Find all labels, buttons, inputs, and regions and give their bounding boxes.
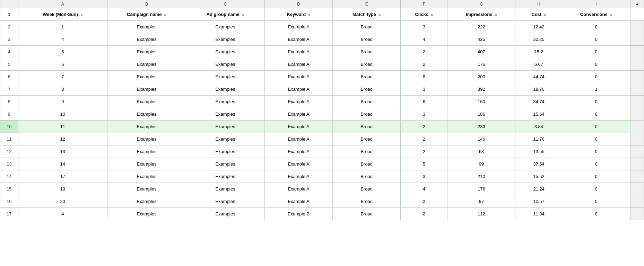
cell-conversions-2[interactable]: 0 [562, 21, 630, 33]
cell-week-16[interactable]: 20 [18, 195, 107, 208]
cell-match-type-17[interactable]: Broad [333, 208, 401, 220]
cell-adgroup-6[interactable]: Examples [186, 71, 264, 83]
cell-campaign-8[interactable]: Examples [107, 96, 186, 108]
cell-adgroup-15[interactable]: Examples [186, 183, 264, 195]
cell-impressions-17[interactable]: 112 [447, 208, 515, 220]
col-letter-g[interactable]: G [447, 0, 515, 8]
cell-cost-17[interactable]: 11.94 [515, 208, 562, 220]
cell-campaign-15[interactable]: Examples [107, 183, 186, 195]
cell-week-9[interactable]: 10 [18, 108, 107, 121]
cell-campaign-12[interactable]: Examples [107, 145, 186, 158]
cell-campaign-4[interactable]: Examples [107, 46, 186, 58]
col-letter-e[interactable]: E [333, 0, 401, 8]
cell-campaign-6[interactable]: Examples [107, 71, 186, 83]
cell-cost-2[interactable]: 12.42 [515, 21, 562, 33]
cell-impressions-2[interactable]: 222 [447, 21, 515, 33]
cell-conversions-7[interactable]: 1 [562, 83, 630, 96]
cell-adgroup-7[interactable]: Examples [186, 83, 264, 96]
col-letter-f[interactable]: F [401, 0, 447, 8]
col-letter-h[interactable]: H [515, 0, 562, 8]
cell-cost-3[interactable]: 30.25 [515, 33, 562, 46]
cell-clicks-16[interactable]: 2 [401, 195, 447, 208]
cell-campaign-11[interactable]: Examples [107, 133, 186, 145]
cell-clicks-13[interactable]: 5 [401, 158, 447, 170]
cell-keyword-15[interactable]: Example A [264, 183, 332, 195]
cell-week-5[interactable]: 6 [18, 58, 107, 71]
cell-clicks-14[interactable]: 3 [401, 170, 447, 183]
cell-conversions-3[interactable]: 0 [562, 33, 630, 46]
cell-clicks-3[interactable]: 4 [401, 33, 447, 46]
cell-impressions-10[interactable]: 230 [447, 121, 515, 133]
cell-week-13[interactable]: 14 [18, 158, 107, 170]
cell-campaign-16[interactable]: Examples [107, 195, 186, 208]
cell-conversions-9[interactable]: 0 [562, 108, 630, 121]
cell-keyword-17[interactable]: Example B [264, 208, 332, 220]
cell-clicks-12[interactable]: 2 [401, 145, 447, 158]
cell-week-7[interactable]: 8 [18, 83, 107, 96]
cell-impressions-13[interactable]: 99 [447, 158, 515, 170]
cell-match-type-14[interactable]: Broad [333, 170, 401, 183]
cell-cost-8[interactable]: 34.74 [515, 96, 562, 108]
cell-clicks-15[interactable]: 4 [401, 183, 447, 195]
cell-campaign-5[interactable]: Examples [107, 58, 186, 71]
cell-match-type-16[interactable]: Broad [333, 195, 401, 208]
cell-week-6[interactable]: 7 [18, 71, 107, 83]
cell-keyword-5[interactable]: Example A [264, 58, 332, 71]
cell-week-14[interactable]: 17 [18, 170, 107, 183]
cell-impressions-9[interactable]: 186 [447, 108, 515, 121]
cell-conversions-5[interactable]: 0 [562, 58, 630, 71]
cell-keyword-8[interactable]: Example A [264, 96, 332, 108]
cell-cost-9[interactable]: 15.64 [515, 108, 562, 121]
cell-impressions-12[interactable]: 68 [447, 145, 515, 158]
cell-campaign-7[interactable]: Examples [107, 83, 186, 96]
col-letter-a[interactable]: A [18, 0, 107, 8]
cell-week-15[interactable]: 19 [18, 183, 107, 195]
cell-cost-4[interactable]: 15.2 [515, 46, 562, 58]
cell-adgroup-14[interactable]: Examples [186, 170, 264, 183]
cell-keyword-9[interactable]: Example A [264, 108, 332, 121]
cell-impressions-4[interactable]: 407 [447, 46, 515, 58]
cell-keyword-14[interactable]: Example A [264, 170, 332, 183]
cell-cost-14[interactable]: 15.52 [515, 170, 562, 183]
cell-clicks-6[interactable]: 8 [401, 71, 447, 83]
cell-campaign-14[interactable]: Examples [107, 170, 186, 183]
cell-impressions-6[interactable]: 200 [447, 71, 515, 83]
cell-cost-11[interactable]: 11.76 [515, 133, 562, 145]
scroll-right-arrow[interactable]: ◄ [630, 0, 644, 8]
cell-impressions-15[interactable]: 176 [447, 183, 515, 195]
cell-keyword-7[interactable]: Example A [264, 83, 332, 96]
cell-conversions-16[interactable]: 0 [562, 195, 630, 208]
cell-match-type-12[interactable]: Broad [333, 145, 401, 158]
cell-adgroup-13[interactable]: Examples [186, 158, 264, 170]
cell-keyword-3[interactable]: Example A [264, 33, 332, 46]
cell-campaign-10[interactable]: Examples [107, 121, 186, 133]
cell-week-8[interactable]: 9 [18, 96, 107, 108]
filter-icon-campaign[interactable]: ≡ [164, 13, 166, 17]
cell-campaign-9[interactable]: Examples [107, 108, 186, 121]
cell-match-type-8[interactable]: Broad [333, 96, 401, 108]
cell-conversions-17[interactable]: 0 [562, 208, 630, 220]
cell-match-type-3[interactable]: Broad [333, 33, 401, 46]
cell-conversions-4[interactable]: 0 [562, 46, 630, 58]
cell-match-type-5[interactable]: Broad [333, 58, 401, 71]
cell-campaign-3[interactable]: Examples [107, 33, 186, 46]
cell-adgroup-5[interactable]: Examples [186, 58, 264, 71]
cell-match-type-13[interactable]: Broad [333, 158, 401, 170]
cell-cost-12[interactable]: 13.55 [515, 145, 562, 158]
filter-icon-conversions[interactable]: ≡ [610, 13, 612, 17]
cell-clicks-17[interactable]: 2 [401, 208, 447, 220]
cell-match-type-4[interactable]: Broad [333, 46, 401, 58]
cell-clicks-11[interactable]: 2 [401, 133, 447, 145]
cell-keyword-11[interactable]: Example A [264, 133, 332, 145]
cell-adgroup-11[interactable]: Examples [186, 133, 264, 145]
cell-adgroup-9[interactable]: Examples [186, 108, 264, 121]
cell-week-17[interactable]: 4 [18, 208, 107, 220]
cell-impressions-14[interactable]: 210 [447, 170, 515, 183]
filter-icon-week[interactable]: ≡ [80, 13, 82, 17]
cell-campaign-13[interactable]: Examples [107, 158, 186, 170]
cell-keyword-10[interactable]: Example A [264, 121, 332, 133]
filter-icon-keyword[interactable]: ≡ [308, 13, 311, 17]
cell-impressions-7[interactable]: 392 [447, 83, 515, 96]
cell-week-2[interactable]: 1 [18, 21, 107, 33]
cell-conversions-10[interactable]: 0 [562, 121, 630, 133]
